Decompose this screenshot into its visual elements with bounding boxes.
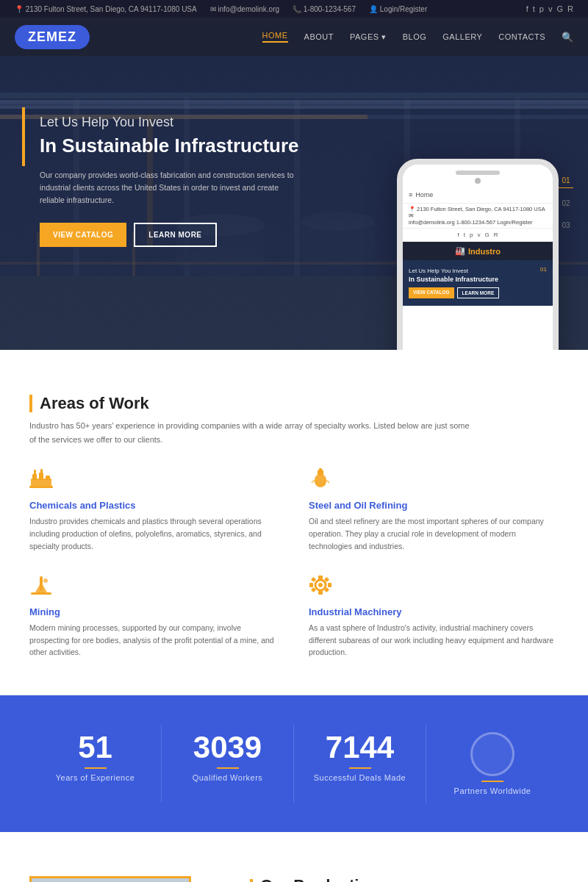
email-icon: ✉	[210, 5, 216, 13]
production-section: Sales Department If you are looking for …	[0, 832, 588, 882]
area-oil: Steel and Oil Refining Oil and steel ref…	[309, 468, 559, 552]
area-mining: Mining Modern mining processes, supporte…	[29, 575, 279, 659]
nav-gallery[interactable]: GALLERY	[442, 32, 482, 41]
production-accent-bar	[250, 879, 253, 882]
hero-section: Let Us Help You Invest In Sustainable In…	[0, 56, 588, 350]
stat-deals-label: Successful Deals Made	[294, 773, 426, 782]
hero-title: In Sustainable Infrastructure	[40, 135, 323, 157]
team-photo	[32, 878, 189, 882]
phone-catalog-btn[interactable]: VIEW CATALOG	[409, 287, 454, 298]
stats-section: 51 Years of Experience 3039 Qualified Wo…	[0, 695, 588, 832]
machinery-desc: As a vast sphere of Industro's activity,…	[309, 622, 559, 659]
oil-name[interactable]: Steel and Oil Refining	[309, 500, 559, 511]
areas-description: Industro has 50+ years' experience in pr…	[29, 419, 470, 446]
stat-experience: 51 Years of Experience	[29, 725, 162, 803]
user-icon: 👤	[369, 5, 378, 13]
nav-pages[interactable]: PAGES ▾	[350, 32, 387, 42]
phone-rss-icon: R	[494, 232, 498, 238]
areas-header: Areas of Work	[29, 394, 559, 413]
team-photo-container	[29, 876, 191, 882]
google-icon[interactable]: G	[556, 4, 563, 13]
phone-address-bar: 📍 2130 Fulton Street, San Diego, CA 9411…	[403, 204, 553, 229]
facebook-icon[interactable]: f	[526, 4, 528, 13]
areas-title: Areas of Work	[40, 394, 149, 413]
machinery-name[interactable]: Industrial Machinery	[309, 606, 559, 617]
hero-buttons: VIEW CATALOG LEARN MORE	[40, 223, 323, 247]
phone-location-icon: 📍	[409, 206, 415, 212]
phone-vm-icon: v	[477, 232, 480, 238]
email-icon-small: ✉	[409, 212, 414, 219]
production-right: Our Production The range of products we …	[250, 876, 559, 882]
stat-experience-number: 51	[29, 732, 161, 763]
stat-experience-label: Years of Experience	[29, 773, 161, 782]
phone-social-row: f t p v G R	[403, 229, 553, 242]
stat-workers: 3039 Qualified Workers	[162, 725, 294, 803]
login-link[interactable]: 👤 Login/Register	[369, 5, 427, 13]
nav-home[interactable]: HOME	[262, 31, 288, 43]
pinterest-icon[interactable]: p	[539, 4, 544, 13]
view-catalog-button[interactable]: VIEW CATALOG	[40, 223, 126, 247]
navbar: ZEMEZ HOME ABOUT PAGES ▾ BLOG GALLERY CO…	[0, 18, 588, 56]
phone-fb-icon: f	[458, 232, 459, 238]
learn-more-button[interactable]: LEARN MORE	[134, 223, 216, 247]
svg-rect-34	[318, 576, 323, 579]
chemicals-name[interactable]: Chemicals and Plastics	[29, 500, 279, 511]
machinery-icon	[309, 575, 559, 600]
stat-underline-2	[217, 767, 239, 769]
accent-bar	[29, 395, 32, 412]
chemicals-desc: Industro provides chemicals and plastics…	[29, 515, 279, 552]
address-text: 📍 2130 Fulton Street, San Diego, CA 9411…	[15, 5, 197, 13]
social-icons: f t p v G R	[526, 4, 573, 13]
top-bar-left: 📍 2130 Fulton Street, San Diego, CA 9411…	[15, 5, 427, 13]
vimeo-icon[interactable]: v	[548, 4, 553, 13]
areas-section: Areas of Work Industro has 50+ years' ex…	[0, 350, 588, 695]
twitter-icon[interactable]: t	[533, 4, 535, 13]
mining-name[interactable]: Mining	[29, 606, 279, 617]
hero-subtitle: Let Us Help You Invest	[40, 115, 323, 130]
stat-partners: Partners Worldwide	[426, 725, 559, 803]
svg-rect-22	[46, 476, 50, 480]
nav-contacts[interactable]: CONTACTS	[498, 32, 545, 41]
area-chemicals: Chemicals and Plastics Industro provides…	[29, 468, 279, 552]
phone-speaker	[456, 171, 500, 175]
slide-indicators: 01 02 03	[559, 173, 573, 232]
mining-icon	[29, 575, 279, 600]
production-header: Our Production The range of products we …	[250, 876, 559, 882]
search-icon[interactable]: 🔍	[562, 32, 573, 43]
phone-learn-btn[interactable]: LEARN MORE	[457, 287, 500, 298]
svg-point-31	[43, 578, 48, 583]
nav-links: HOME ABOUT PAGES ▾ BLOG GALLERY CONTACTS…	[262, 31, 573, 43]
phone-icon: 📞	[293, 5, 301, 13]
phone-tw-icon: t	[464, 232, 465, 238]
areas-grid: Chemicals and Plastics Industro provides…	[29, 468, 559, 659]
svg-point-33	[318, 583, 323, 587]
stat-underline-1	[85, 767, 107, 769]
phone-text: 📞 1-800-1234-567	[293, 5, 356, 13]
phone-mockup: ≡ Home 📍 2130 Fulton Street, San Diego, …	[397, 159, 559, 350]
hero-description: Our company provides world-class fabrica…	[40, 169, 304, 206]
hero-accent-line	[22, 107, 25, 166]
nav-blog[interactable]: BLOG	[403, 32, 427, 41]
phone-camera	[475, 178, 481, 184]
location-icon: 📍	[15, 5, 24, 13]
svg-rect-38	[311, 577, 316, 582]
oil-desc: Oil and steel refinery are the most impo…	[309, 515, 559, 552]
svg-rect-25	[40, 469, 43, 474]
slide-1[interactable]: 01	[559, 173, 573, 188]
slide-3[interactable]: 03	[559, 218, 573, 232]
slide-2[interactable]: 02	[559, 196, 573, 210]
svg-rect-30	[31, 592, 51, 595]
phone-hero-buttons: VIEW CATALOG LEARN MORE	[409, 287, 547, 298]
rss-icon[interactable]: R	[567, 4, 573, 13]
svg-rect-28	[319, 468, 322, 471]
stat-underline-3	[349, 767, 371, 769]
top-bar: 📍 2130 Fulton Street, San Diego, CA 9411…	[0, 0, 588, 18]
phone-screen: ≡ Home 📍 2130 Fulton Street, San Diego, …	[403, 187, 553, 350]
area-machinery: Industrial Machinery As a vast sphere of…	[309, 575, 559, 659]
stat-deals: 7144 Successful Deals Made	[294, 725, 426, 803]
production-title: Our Production	[260, 876, 379, 882]
oil-icon	[309, 468, 559, 494]
nav-about[interactable]: ABOUT	[304, 32, 334, 41]
logo[interactable]: ZEMEZ	[15, 25, 90, 49]
email-text: ✉ info@demolink.org	[210, 5, 279, 13]
